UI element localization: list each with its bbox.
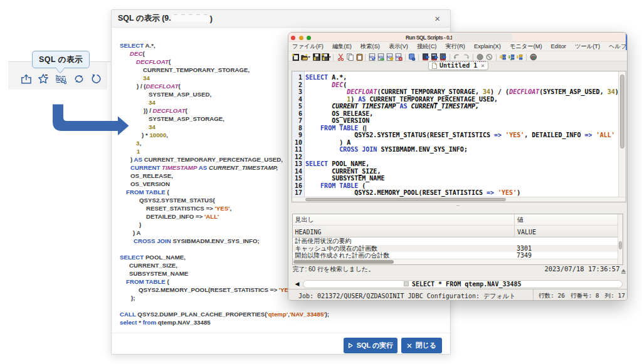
menu-explainx[interactable]: Explain(X) [474,43,501,49]
code-line: QSYS2.MEMORY_POOL(RESET_STATISTICS => 'Y… [305,189,618,197]
line-number: 17 [292,189,305,197]
stop-icon[interactable] [476,53,484,61]
redacted-connection [452,33,512,41]
save-icon[interactable] [313,53,320,61]
sql-wizard-icon[interactable]: SQL [386,53,394,61]
cursor-position-info: 行数: 26行番号: 8列: 17 [539,292,625,300]
paste-icon[interactable] [356,53,364,61]
new-script-icon[interactable] [292,53,299,61]
tab-untitled-1[interactable]: Untitled 1 × [428,61,488,70]
status-timestamp: 2023/07/18 17:36:57 [544,265,619,273]
toolbar-separator [333,54,334,61]
undo-icon[interactable] [453,53,461,61]
status-message: 完了: 60 行を検索しました。 [293,265,375,274]
menu-editor[interactable]: Editor [551,43,566,49]
menu-c[interactable]: 接続(C) [417,43,437,51]
cell-value: 3301 [517,245,532,252]
tooltip-pointer [54,67,66,74]
menu-e[interactable]: 編集(E) [332,43,352,51]
close-traffic-light[interactable] [291,36,295,40]
results-vscroll-thumb[interactable] [619,241,622,249]
menu-f[interactable]: ファイル(F) [292,43,324,51]
tab-close-icon[interactable]: × [481,63,484,69]
results-rows: 計画使用状況の要約キャッシュ中の現在の計画数3301開始以降作成された計画の合計… [293,237,618,259]
job-info: Job: 021372/QUSER/QZDASOINIT JDBC Config… [298,292,515,301]
cut-icon[interactable] [337,53,345,61]
run-selected-icon[interactable] [431,53,438,61]
menu-s[interactable]: 検索(S) [360,43,380,51]
svg-text:SQL: SQL [57,77,65,82]
history-prev-icon[interactable]: ◀ [295,281,301,287]
run-from-selected-icon[interactable] [439,53,447,61]
code-line: OS_RELEASE, [305,110,618,118]
explain-while-run-icon[interactable] [508,53,515,61]
line-number: 10 [292,139,305,147]
sql-format-icon[interactable]: SQL [377,53,385,61]
run-all-icon[interactable] [422,53,429,61]
refresh-icon[interactable] [73,73,85,85]
position-field: 列: 17 [605,292,625,300]
cancel-icon[interactable] [486,53,493,61]
history-current-statement[interactable]: SELECT * FROM qtemp.NAV_33485 [303,280,623,289]
results-horizontal-scrollbar[interactable] [293,259,618,264]
menu-t[interactable]: ツール(T) [575,43,600,51]
visual-explain-icon[interactable] [499,53,507,61]
window-toolbar: SQLSQLSQLSQL [288,51,627,61]
menu-h[interactable]: ヘルプ(H) [609,43,627,51]
minimize-traffic-light[interactable] [299,36,303,40]
results-hscroll-thumb[interactable] [293,260,394,264]
column-label: 見出し [295,216,314,224]
sql-editor[interactable]: 1234567891011121314151617 SELECT A.*, DE… [292,71,626,202]
sql-error-icon[interactable]: SQL [395,53,403,61]
menu-m[interactable]: モニター(M) [510,43,542,51]
window-title: Run SQL Scripts - 0.1 [406,34,453,41]
star-icon[interactable] [38,73,49,85]
position-field: 行数: 26 [539,292,565,300]
dialog-close-icon[interactable]: × [434,14,440,23]
editor-vertical-scrollbar[interactable] [618,71,626,197]
toolbar-separator [418,54,419,61]
copy-icon[interactable] [347,53,354,61]
run-sql-button[interactable]: SQL の実行 [344,338,397,353]
zoom-traffic-light[interactable] [307,36,311,40]
document-icon [432,63,437,69]
window-titlebar[interactable]: Run SQL Scripts - 0.1 [288,33,627,42]
menu-r[interactable]: 実行(R) [445,43,465,51]
editor-hscroll-thumb[interactable] [305,198,506,202]
editor-horizontal-scrollbar[interactable] [292,197,626,202]
column-header-value[interactable]: 値VALUE [514,214,517,237]
results-vertical-scrollbar[interactable] [618,214,623,264]
editor-code[interactable]: SELECT A.*, DEC( DECFLOAT(CURRENT_TEMPOR… [305,71,618,197]
tooltip-label: SQL の表示 [39,55,83,65]
splitter-handle[interactable] [456,205,460,207]
show-sql-icon[interactable]: SQL [55,73,66,85]
toolbar-separator [450,54,450,61]
statement-history-bar: ◀ SELECT * FROM qtemp.NAV_33485 [293,279,623,289]
explain-only-icon[interactable] [516,53,524,61]
sql-check-icon[interactable]: SQL [369,53,376,61]
system-debugger-icon[interactable] [530,53,537,61]
line-number: 7 [292,117,305,125]
table-row[interactable]: 計画使用状況の要約 [293,237,618,245]
code-line: DECFLOAT(CURRENT_TEMPORARY_STORAGE, 34) … [305,88,618,96]
undo-icon[interactable] [90,73,102,85]
code-line: ) A [305,139,618,147]
results-header[interactable]: 見出しHEADING値VALUE [293,214,618,237]
table-row[interactable]: キャッシュ中の現在の計画数3301 [293,245,618,252]
tab-row: Untitled 1 × [288,61,627,70]
insert-generated-sql-icon[interactable] [408,53,416,61]
redacted-host [172,14,209,22]
menu-v[interactable]: 表示(V) [389,43,408,51]
save-as-icon[interactable] [322,53,331,61]
redo-icon[interactable] [463,53,470,61]
open-icon[interactable] [301,53,310,61]
open-in-icon[interactable] [21,73,32,85]
editor-vscroll-thumb[interactable] [620,75,624,148]
close-button[interactable]: 閉じる [401,338,442,353]
status-line: 完了: 60 行を検索しました。 2023/07/18 17:36:57 [293,265,626,274]
code-line: FROM TABLE ( [305,182,618,190]
sort-indicator-icon[interactable] [621,269,626,274]
window-status-bar: Job: 021372/QUSER/QZDASOINIT JDBC Config… [288,289,627,301]
tab-label: Untitled 1 [439,62,477,69]
screenshot-stage: SQL SQL の表示 SQL の表示 (9.) × SELECT A.*,DE… [0,0,642,364]
